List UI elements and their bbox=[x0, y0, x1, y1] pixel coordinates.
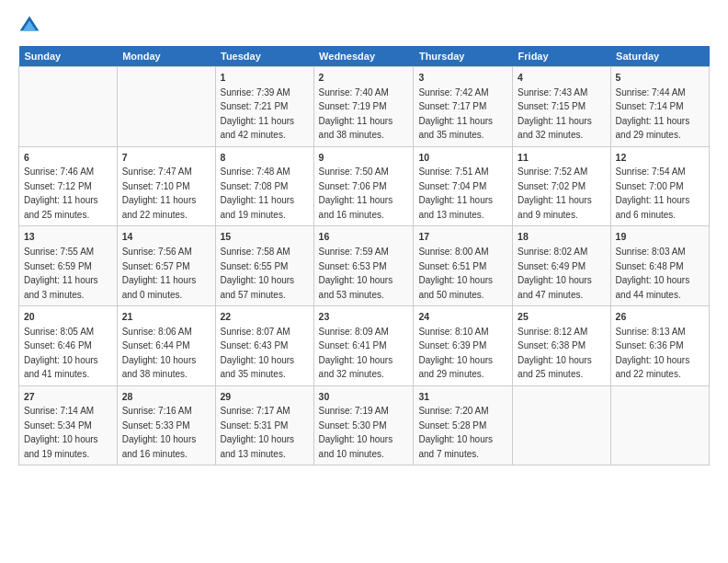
cell-info: Sunrise: 8:06 AMSunset: 6:44 PMDaylight:… bbox=[122, 327, 197, 380]
calendar-cell: 29Sunrise: 7:17 AMSunset: 5:31 PMDayligh… bbox=[215, 385, 313, 465]
calendar-cell: 1Sunrise: 7:39 AMSunset: 7:21 PMDaylight… bbox=[215, 67, 313, 147]
cell-info: Sunrise: 7:44 AMSunset: 7:14 PMDaylight:… bbox=[616, 87, 690, 141]
day-number: 19 bbox=[616, 230, 704, 244]
day-number: 28 bbox=[122, 390, 210, 404]
cell-info: Sunrise: 8:13 AMSunset: 6:36 PMDaylight:… bbox=[616, 327, 690, 380]
calendar-cell: 20Sunrise: 8:05 AMSunset: 6:46 PMDayligh… bbox=[19, 306, 118, 386]
calendar-cell: 9Sunrise: 7:50 AMSunset: 7:06 PMDaylight… bbox=[313, 146, 414, 226]
day-number: 4 bbox=[518, 71, 605, 85]
cell-info: Sunrise: 7:52 AMSunset: 7:02 PMDaylight:… bbox=[518, 167, 592, 220]
calendar-cell: 26Sunrise: 8:13 AMSunset: 6:36 PMDayligh… bbox=[610, 306, 709, 386]
day-number: 12 bbox=[616, 151, 704, 165]
day-number: 25 bbox=[518, 310, 605, 324]
cell-info: Sunrise: 7:20 AMSunset: 5:28 PMDaylight:… bbox=[418, 406, 493, 459]
col-header-wednesday: Wednesday bbox=[313, 46, 414, 67]
calendar-cell: 6Sunrise: 7:46 AMSunset: 7:12 PMDaylight… bbox=[19, 146, 118, 226]
calendar-cell: 30Sunrise: 7:19 AMSunset: 5:30 PMDayligh… bbox=[313, 385, 414, 465]
calendar-cell bbox=[513, 385, 610, 465]
cell-info: Sunrise: 7:48 AMSunset: 7:08 PMDaylight:… bbox=[221, 167, 295, 220]
week-row-3: 13Sunrise: 7:55 AMSunset: 6:59 PMDayligh… bbox=[19, 226, 710, 306]
day-number: 8 bbox=[221, 151, 309, 165]
cell-info: Sunrise: 7:50 AMSunset: 7:06 PMDaylight:… bbox=[319, 167, 393, 220]
cell-info: Sunrise: 8:10 AMSunset: 6:39 PMDaylight:… bbox=[418, 327, 493, 380]
day-number: 2 bbox=[319, 71, 409, 85]
page-header bbox=[18, 15, 710, 37]
cell-info: Sunrise: 8:07 AMSunset: 6:43 PMDaylight:… bbox=[221, 327, 295, 380]
cell-info: Sunrise: 7:39 AMSunset: 7:21 PMDaylight:… bbox=[221, 87, 295, 141]
day-number: 31 bbox=[418, 390, 507, 404]
day-number: 9 bbox=[319, 151, 409, 165]
day-number: 26 bbox=[616, 310, 704, 324]
calendar-cell bbox=[117, 67, 215, 147]
cell-info: Sunrise: 7:14 AMSunset: 5:34 PMDaylight:… bbox=[24, 406, 98, 459]
cell-info: Sunrise: 7:47 AMSunset: 7:10 PMDaylight:… bbox=[122, 167, 197, 220]
cell-info: Sunrise: 7:55 AMSunset: 6:59 PMDaylight:… bbox=[24, 247, 98, 300]
cell-info: Sunrise: 7:46 AMSunset: 7:12 PMDaylight:… bbox=[24, 167, 98, 220]
calendar-cell bbox=[19, 67, 118, 147]
day-number: 16 bbox=[319, 230, 409, 244]
week-row-2: 6Sunrise: 7:46 AMSunset: 7:12 PMDaylight… bbox=[19, 146, 710, 226]
day-number: 18 bbox=[518, 230, 605, 244]
calendar-cell: 18Sunrise: 8:02 AMSunset: 6:49 PMDayligh… bbox=[513, 226, 610, 306]
cell-info: Sunrise: 8:02 AMSunset: 6:49 PMDaylight:… bbox=[518, 247, 592, 300]
day-number: 15 bbox=[221, 230, 309, 244]
week-row-4: 20Sunrise: 8:05 AMSunset: 6:46 PMDayligh… bbox=[19, 306, 710, 386]
day-number: 13 bbox=[24, 230, 112, 244]
cell-info: Sunrise: 7:59 AMSunset: 6:53 PMDaylight:… bbox=[319, 247, 393, 300]
calendar-cell bbox=[610, 385, 709, 465]
cell-info: Sunrise: 8:03 AMSunset: 6:48 PMDaylight:… bbox=[616, 247, 690, 300]
week-row-1: 1Sunrise: 7:39 AMSunset: 7:21 PMDaylight… bbox=[19, 67, 710, 147]
calendar-cell: 24Sunrise: 8:10 AMSunset: 6:39 PMDayligh… bbox=[414, 306, 513, 386]
col-header-tuesday: Tuesday bbox=[215, 46, 313, 67]
cell-info: Sunrise: 7:19 AMSunset: 5:30 PMDaylight:… bbox=[319, 406, 393, 459]
cell-info: Sunrise: 8:00 AMSunset: 6:51 PMDaylight:… bbox=[418, 247, 493, 300]
cell-info: Sunrise: 8:12 AMSunset: 6:38 PMDaylight:… bbox=[518, 327, 592, 380]
day-number: 22 bbox=[221, 310, 309, 324]
logo-icon bbox=[18, 15, 40, 37]
week-row-5: 27Sunrise: 7:14 AMSunset: 5:34 PMDayligh… bbox=[19, 385, 710, 465]
calendar-cell: 8Sunrise: 7:48 AMSunset: 7:08 PMDaylight… bbox=[215, 146, 313, 226]
header-row: SundayMondayTuesdayWednesdayThursdayFrid… bbox=[19, 46, 710, 67]
day-number: 27 bbox=[24, 390, 112, 404]
calendar-cell: 3Sunrise: 7:42 AMSunset: 7:17 PMDaylight… bbox=[414, 67, 513, 147]
day-number: 14 bbox=[122, 230, 210, 244]
cell-info: Sunrise: 8:09 AMSunset: 6:41 PMDaylight:… bbox=[319, 327, 393, 380]
day-number: 24 bbox=[418, 310, 507, 324]
calendar-cell: 2Sunrise: 7:40 AMSunset: 7:19 PMDaylight… bbox=[313, 67, 414, 147]
day-number: 23 bbox=[319, 310, 409, 324]
cell-info: Sunrise: 7:43 AMSunset: 7:15 PMDaylight:… bbox=[518, 87, 592, 141]
day-number: 30 bbox=[319, 390, 409, 404]
day-number: 10 bbox=[418, 151, 507, 165]
col-header-saturday: Saturday bbox=[610, 46, 709, 67]
col-header-thursday: Thursday bbox=[414, 46, 513, 67]
calendar-table: SundayMondayTuesdayWednesdayThursdayFrid… bbox=[18, 46, 710, 465]
day-number: 7 bbox=[122, 151, 210, 165]
day-number: 6 bbox=[24, 151, 112, 165]
calendar-cell: 14Sunrise: 7:56 AMSunset: 6:57 PMDayligh… bbox=[117, 226, 215, 306]
calendar-cell: 25Sunrise: 8:12 AMSunset: 6:38 PMDayligh… bbox=[513, 306, 610, 386]
day-number: 11 bbox=[518, 151, 605, 165]
calendar-cell: 7Sunrise: 7:47 AMSunset: 7:10 PMDaylight… bbox=[117, 146, 215, 226]
calendar-cell: 13Sunrise: 7:55 AMSunset: 6:59 PMDayligh… bbox=[19, 226, 118, 306]
day-number: 3 bbox=[418, 71, 507, 85]
cell-info: Sunrise: 7:40 AMSunset: 7:19 PMDaylight:… bbox=[319, 87, 393, 141]
cell-info: Sunrise: 8:05 AMSunset: 6:46 PMDaylight:… bbox=[24, 327, 98, 380]
calendar-cell: 5Sunrise: 7:44 AMSunset: 7:14 PMDaylight… bbox=[610, 67, 709, 147]
calendar-cell: 22Sunrise: 8:07 AMSunset: 6:43 PMDayligh… bbox=[215, 306, 313, 386]
day-number: 21 bbox=[122, 310, 210, 324]
day-number: 20 bbox=[24, 310, 112, 324]
col-header-sunday: Sunday bbox=[19, 46, 118, 67]
cell-info: Sunrise: 7:42 AMSunset: 7:17 PMDaylight:… bbox=[418, 87, 493, 141]
calendar-cell: 17Sunrise: 8:00 AMSunset: 6:51 PMDayligh… bbox=[414, 226, 513, 306]
cell-info: Sunrise: 7:17 AMSunset: 5:31 PMDaylight:… bbox=[221, 406, 295, 459]
calendar-cell: 11Sunrise: 7:52 AMSunset: 7:02 PMDayligh… bbox=[513, 146, 610, 226]
day-number: 1 bbox=[221, 71, 309, 85]
calendar-cell: 10Sunrise: 7:51 AMSunset: 7:04 PMDayligh… bbox=[414, 146, 513, 226]
calendar-cell: 23Sunrise: 8:09 AMSunset: 6:41 PMDayligh… bbox=[313, 306, 414, 386]
cell-info: Sunrise: 7:58 AMSunset: 6:55 PMDaylight:… bbox=[221, 247, 295, 300]
col-header-friday: Friday bbox=[513, 46, 610, 67]
cell-info: Sunrise: 7:51 AMSunset: 7:04 PMDaylight:… bbox=[418, 167, 493, 220]
calendar-cell: 16Sunrise: 7:59 AMSunset: 6:53 PMDayligh… bbox=[313, 226, 414, 306]
day-number: 29 bbox=[221, 390, 309, 404]
calendar-cell: 19Sunrise: 8:03 AMSunset: 6:48 PMDayligh… bbox=[610, 226, 709, 306]
